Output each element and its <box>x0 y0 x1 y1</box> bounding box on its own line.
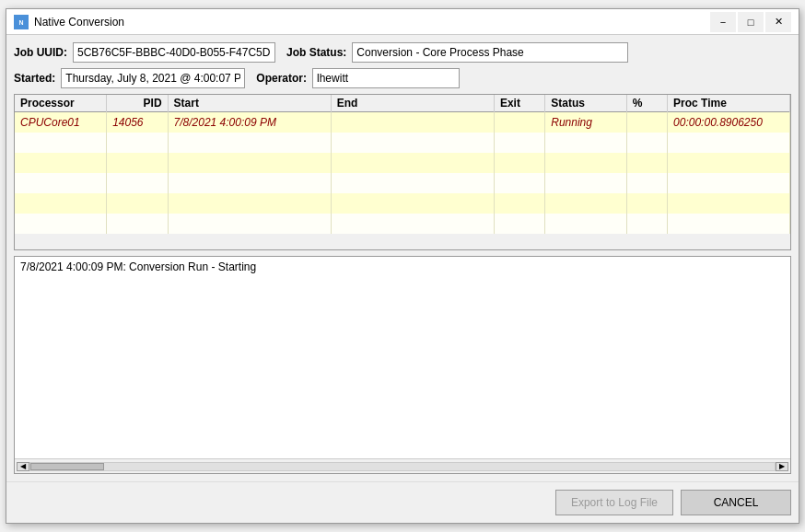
table-cell-2 <box>168 173 331 193</box>
table-cell-7 <box>668 214 790 234</box>
table-cell-1: 14056 <box>107 112 168 133</box>
table-cell-0 <box>15 153 107 173</box>
form-row-2: Started: Operator: <box>14 68 791 88</box>
table-cell-4 <box>494 214 544 234</box>
minimize-button[interactable]: − <box>710 12 736 32</box>
table-cell-6 <box>626 173 667 193</box>
col-header-pid: PID <box>107 95 168 112</box>
table-cell-5 <box>545 173 627 193</box>
table-row <box>15 173 790 193</box>
table-cell-6 <box>626 214 667 234</box>
table-cell-2 <box>168 214 331 234</box>
table-row <box>15 214 790 234</box>
table-cell-3 <box>331 214 494 234</box>
table-cell-0 <box>15 173 107 193</box>
table-cell-5 <box>545 133 627 153</box>
col-header-start: Start <box>168 95 331 112</box>
status-label: Job Status: <box>286 46 346 59</box>
table-cell-2 <box>168 193 331 214</box>
table-row <box>15 153 790 173</box>
table-cell-1 <box>107 193 168 214</box>
log-entry: 7/8/2021 4:00:09 PM: Conversion Run - St… <box>20 260 785 273</box>
table-cell-0 <box>15 133 107 153</box>
processor-table: Processor PID Start End Exit Status % Pr… <box>15 95 790 234</box>
table-cell-3 <box>331 173 494 193</box>
table-cell-7 <box>668 133 790 153</box>
table-cell-4 <box>494 153 544 173</box>
log-content: 7/8/2021 4:00:09 PM: Conversion Run - St… <box>15 257 790 458</box>
table-cell-0: CPUCore01 <box>15 112 107 133</box>
col-header-end: End <box>331 95 494 112</box>
scroll-right-btn[interactable]: ▶ <box>776 462 788 471</box>
uuid-group: Job UUID: <box>14 42 275 63</box>
table-cell-5: Running <box>545 112 627 133</box>
table-cell-0 <box>15 214 107 234</box>
started-group: Started: <box>14 68 245 88</box>
status-input[interactable] <box>352 42 628 63</box>
title-controls: − □ ✕ <box>710 12 791 32</box>
status-group: Job Status: <box>286 42 628 63</box>
table-cell-5 <box>545 193 627 214</box>
scrollbar-thumb[interactable] <box>30 463 104 470</box>
table-cell-1 <box>107 173 168 193</box>
title-bar: N Native Conversion − □ ✕ <box>6 9 799 35</box>
scrollbar[interactable]: ◀ ▶ <box>15 458 790 473</box>
table-cell-7 <box>668 153 790 173</box>
maximize-button[interactable]: □ <box>738 12 764 32</box>
table-row <box>15 133 790 153</box>
table-row: CPUCore01140567/8/2021 4:00:09 PMRunning… <box>15 112 790 133</box>
export-button[interactable]: Export to Log File <box>555 490 673 515</box>
main-window: N Native Conversion − □ ✕ Job UUID: Job … <box>6 8 799 524</box>
table-cell-5 <box>545 153 627 173</box>
scroll-left-btn[interactable]: ◀ <box>17 462 29 471</box>
app-icon: N <box>14 15 29 29</box>
table-cell-3 <box>331 193 494 214</box>
table-cell-4 <box>494 133 544 153</box>
form-row-1: Job UUID: Job Status: <box>14 42 791 63</box>
col-header-pct: % <box>626 95 667 112</box>
table-cell-3 <box>331 112 494 133</box>
log-container: 7/8/2021 4:00:09 PM: Conversion Run - St… <box>14 256 791 474</box>
started-label: Started: <box>14 72 55 85</box>
table-cell-2 <box>168 133 331 153</box>
close-button[interactable]: ✕ <box>765 12 791 32</box>
operator-input[interactable] <box>312 68 460 88</box>
operator-group: Operator: <box>256 68 460 88</box>
col-header-status: Status <box>545 95 627 112</box>
table-cell-6 <box>626 133 667 153</box>
table-cell-0 <box>15 193 107 214</box>
processor-table-container: Processor PID Start End Exit Status % Pr… <box>14 94 791 250</box>
table-cell-1 <box>107 133 168 153</box>
table-cell-7 <box>668 193 790 214</box>
table-row <box>15 193 790 214</box>
title-bar-left: N Native Conversion <box>14 15 124 29</box>
table-cell-6 <box>626 153 667 173</box>
table-cell-4 <box>494 112 544 133</box>
table-cell-3 <box>331 153 494 173</box>
table-cell-1 <box>107 214 168 234</box>
table-cell-6 <box>626 112 667 133</box>
table-header-row: Processor PID Start End Exit Status % Pr… <box>15 95 790 112</box>
col-header-proctime: Proc Time <box>668 95 790 112</box>
uuid-label: Job UUID: <box>14 46 67 59</box>
table-cell-5 <box>545 214 627 234</box>
operator-label: Operator: <box>256 72 307 85</box>
col-header-processor: Processor <box>15 95 107 112</box>
content-area: Job UUID: Job Status: Started: Operator: <box>6 35 799 481</box>
svg-text:N: N <box>18 19 23 26</box>
scrollbar-track[interactable] <box>29 462 776 471</box>
cancel-button[interactable]: CANCEL <box>681 490 791 515</box>
uuid-input[interactable] <box>73 42 275 63</box>
table-cell-6 <box>626 193 667 214</box>
table-cell-7: 00:00:00.8906250 <box>668 112 790 133</box>
table-cell-7 <box>668 173 790 193</box>
table-cell-4 <box>494 173 544 193</box>
table-cell-1 <box>107 153 168 173</box>
table-cell-3 <box>331 133 494 153</box>
table-cell-2: 7/8/2021 4:00:09 PM <box>168 112 331 133</box>
table-cell-4 <box>494 193 544 214</box>
table-cell-2 <box>168 153 331 173</box>
started-input[interactable] <box>61 68 245 88</box>
footer: Export to Log File CANCEL <box>6 481 799 523</box>
col-header-exit: Exit <box>494 95 544 112</box>
